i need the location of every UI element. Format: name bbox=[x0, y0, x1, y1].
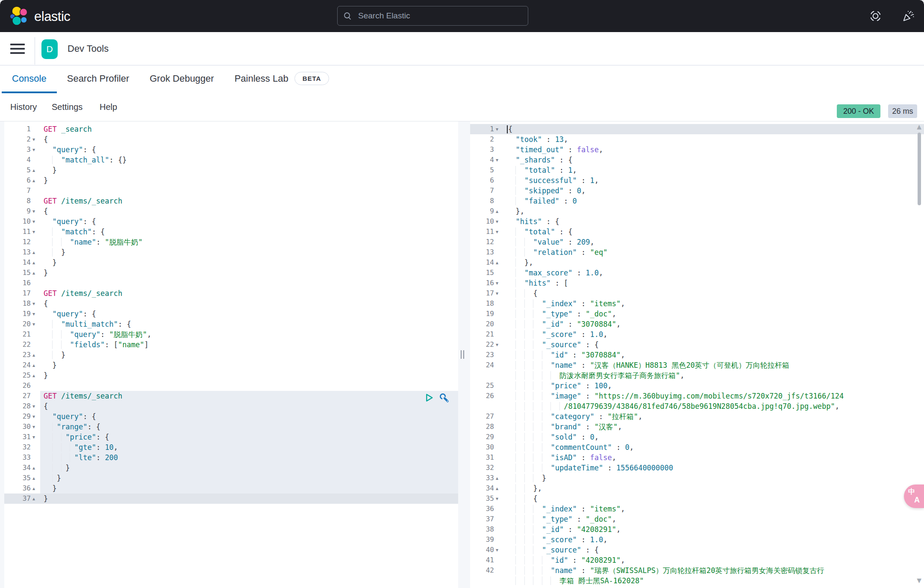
response-row[interactable]: 14▴ }, bbox=[470, 257, 924, 268]
response-wrap-row[interactable]: 李箱 爵士黑SA-162028" bbox=[470, 576, 924, 586]
fold-open-icon[interactable]: ▾ bbox=[494, 340, 503, 350]
fold-open-icon[interactable]: ▾ bbox=[31, 134, 40, 145]
fold-close-icon[interactable]: ▴ bbox=[31, 473, 40, 483]
fold-open-icon[interactable]: ▾ bbox=[31, 309, 40, 319]
request-options-wrench-icon[interactable] bbox=[438, 392, 450, 403]
fold-open-icon[interactable]: ▾ bbox=[31, 319, 40, 329]
fold-close-icon[interactable]: ▴ bbox=[31, 493, 40, 504]
request-row[interactable]: 26 bbox=[4, 381, 458, 391]
fold-open-icon[interactable]: ▾ bbox=[31, 422, 40, 432]
request-row[interactable]: 23▴ } bbox=[4, 350, 458, 360]
response-row[interactable]: 29 "sold" : 0, bbox=[470, 432, 924, 442]
request-row[interactable]: 20▾ "multi_match": { bbox=[4, 319, 458, 329]
response-row[interactable]: 16▾ "hits" : [ bbox=[470, 278, 924, 288]
response-row[interactable]: 23 "id" : "3070884", bbox=[470, 350, 924, 360]
response-row[interactable]: 38 "_id" : "4208291", bbox=[470, 524, 924, 535]
fold-close-icon[interactable]: ▴ bbox=[494, 206, 503, 216]
translate-extension-badge[interactable]: 中 A bbox=[904, 485, 924, 508]
tab-console[interactable]: Console bbox=[2, 65, 57, 93]
request-row[interactable]: 4 "match_all": {} bbox=[4, 155, 458, 165]
request-row[interactable]: 18▾{ bbox=[4, 298, 458, 309]
response-row[interactable]: 26 "image" : "https://m.360buyimg.com/mo… bbox=[470, 391, 924, 401]
response-row[interactable]: 1▾{ bbox=[470, 124, 924, 134]
response-row[interactable]: 4▾ "_shards" : { bbox=[470, 155, 924, 165]
fold-open-icon[interactable]: ▾ bbox=[494, 155, 503, 165]
response-row[interactable]: 10▾ "hits" : { bbox=[470, 216, 924, 227]
response-row[interactable]: 35▾ { bbox=[470, 493, 924, 504]
fold-close-icon[interactable]: ▴ bbox=[494, 473, 503, 483]
request-row[interactable]: 24▴ } bbox=[4, 360, 458, 370]
fold-close-icon[interactable]: ▴ bbox=[31, 175, 40, 186]
fold-close-icon[interactable]: ▴ bbox=[31, 360, 40, 370]
request-row[interactable]: 11▾ "match": { bbox=[4, 227, 458, 237]
tab-painless-lab[interactable]: Painless Lab BETA bbox=[224, 65, 340, 93]
response-row[interactable]: 13 "relation" : "eq" bbox=[470, 247, 924, 257]
response-row[interactable]: 33▴ } bbox=[470, 473, 924, 483]
menu-button[interactable] bbox=[10, 43, 25, 56]
request-row[interactable]: 27GET /items/_search bbox=[4, 391, 458, 401]
response-row[interactable]: 15 "max_score" : 1.0, bbox=[470, 268, 924, 278]
fold-open-icon[interactable]: ▾ bbox=[494, 124, 503, 134]
fold-open-icon[interactable]: ▾ bbox=[494, 278, 503, 288]
request-row[interactable]: 16 bbox=[4, 278, 458, 288]
newsfeed-icon[interactable] bbox=[902, 9, 915, 24]
request-row[interactable]: 31▾ "price": { bbox=[4, 432, 458, 442]
request-row[interactable]: 8GET /items/_search bbox=[4, 196, 458, 206]
fold-open-icon[interactable]: ▾ bbox=[31, 432, 40, 442]
send-request-button[interactable] bbox=[423, 392, 434, 403]
request-row[interactable]: 1GET _search bbox=[4, 124, 458, 134]
fold-close-icon[interactable]: ▴ bbox=[31, 350, 40, 360]
fold-close-icon[interactable]: ▴ bbox=[31, 370, 40, 381]
response-row[interactable]: 7 "skipped" : 0, bbox=[470, 186, 924, 196]
request-row[interactable]: 14▴ } bbox=[4, 257, 458, 268]
fold-close-icon[interactable]: ▴ bbox=[31, 268, 40, 278]
request-row[interactable]: 7 bbox=[4, 186, 458, 196]
fold-open-icon[interactable]: ▾ bbox=[494, 545, 503, 555]
fold-open-icon[interactable]: ▾ bbox=[494, 216, 503, 227]
fold-close-icon[interactable]: ▴ bbox=[31, 247, 40, 257]
request-row[interactable]: 3▾ "query": { bbox=[4, 145, 458, 155]
elastic-brand[interactable]: elastic bbox=[9, 6, 70, 28]
tab-grok-debugger[interactable]: Grok Debugger bbox=[139, 65, 224, 93]
help-icon[interactable] bbox=[869, 9, 882, 24]
request-row[interactable]: 13▴ } bbox=[4, 247, 458, 257]
fold-open-icon[interactable]: ▾ bbox=[31, 216, 40, 227]
pane-resizer[interactable] bbox=[458, 121, 470, 588]
request-row[interactable]: 10▾ "query": { bbox=[4, 216, 458, 227]
response-row[interactable]: 30 "commentCount" : 0, bbox=[470, 442, 924, 452]
response-row[interactable]: 24 "name" : "汉客（HANKE）H8813 黑色20英寸（可登机）万… bbox=[470, 360, 924, 370]
fold-close-icon[interactable]: ▴ bbox=[31, 463, 40, 473]
response-wrap-row[interactable]: /8104779639/43846/81fed746/58be9619N2805… bbox=[470, 401, 924, 411]
request-row[interactable]: 29▾ "query": { bbox=[4, 411, 458, 422]
response-row[interactable]: 5 "total" : 1, bbox=[470, 165, 924, 175]
request-row[interactable]: 6▴} bbox=[4, 175, 458, 186]
help-link[interactable]: Help bbox=[100, 93, 117, 121]
request-row[interactable]: 19▾ "query": { bbox=[4, 309, 458, 319]
fold-open-icon[interactable]: ▾ bbox=[31, 227, 40, 237]
fold-close-icon[interactable]: ▴ bbox=[31, 257, 40, 268]
tab-search-profiler[interactable]: Search Profiler bbox=[57, 65, 140, 93]
settings-link[interactable]: Settings bbox=[52, 93, 82, 121]
fold-close-icon[interactable]: ▴ bbox=[494, 483, 503, 493]
request-row[interactable]: 34▴ } bbox=[4, 463, 458, 473]
fold-open-icon[interactable]: ▾ bbox=[494, 227, 503, 237]
response-row[interactable]: 2 "took" : 13, bbox=[470, 134, 924, 145]
response-row[interactable]: 21 "_score" : 1.0, bbox=[470, 329, 924, 340]
fold-open-icon[interactable]: ▾ bbox=[494, 493, 503, 504]
response-row[interactable]: 11▾ "total" : { bbox=[470, 227, 924, 237]
request-row[interactable]: 12 "name": "脱脂牛奶" bbox=[4, 237, 458, 247]
fold-open-icon[interactable]: ▾ bbox=[31, 401, 40, 411]
response-row[interactable]: 27 "category" : "拉杆箱", bbox=[470, 411, 924, 422]
request-row[interactable]: 37▴} bbox=[4, 493, 458, 504]
response-row[interactable]: 20 "_id" : "3070884", bbox=[470, 319, 924, 329]
fold-open-icon[interactable]: ▾ bbox=[31, 206, 40, 216]
request-editor[interactable]: 1GET _search2▾{3▾ "query": {4 "match_all… bbox=[4, 121, 458, 588]
response-row[interactable]: 31 "isAD" : false, bbox=[470, 452, 924, 463]
response-row[interactable]: 18 "_index" : "items", bbox=[470, 298, 924, 309]
fold-open-icon[interactable]: ▾ bbox=[31, 145, 40, 155]
response-wrap-row[interactable]: 防泼水耐磨男女行李箱子商务旅行箱", bbox=[470, 370, 924, 381]
fold-close-icon[interactable]: ▴ bbox=[31, 483, 40, 493]
fold-close-icon[interactable]: ▴ bbox=[31, 165, 40, 175]
fold-open-icon[interactable]: ▾ bbox=[31, 411, 40, 422]
request-row[interactable]: 32 "gte": 10, bbox=[4, 442, 458, 452]
